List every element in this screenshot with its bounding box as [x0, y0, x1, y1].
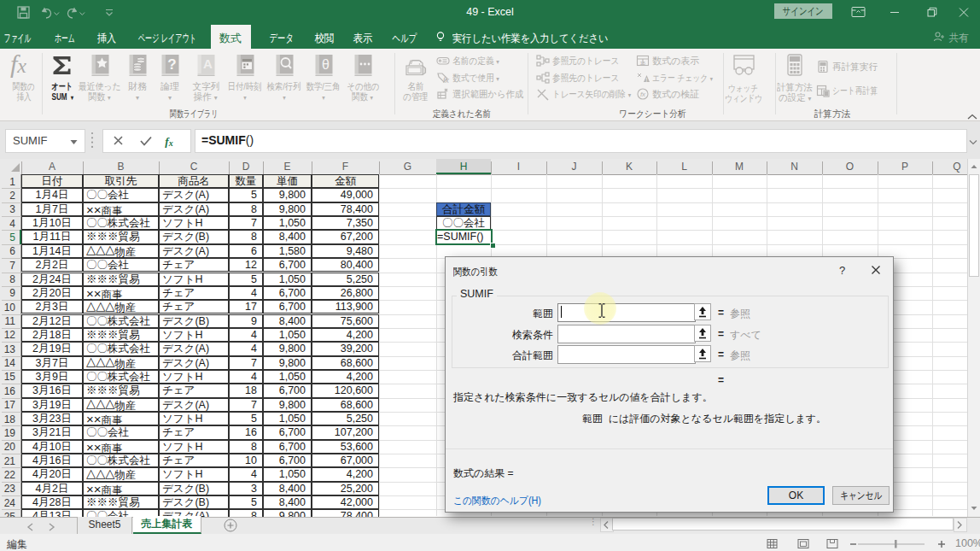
svg-text:!: ! — [646, 77, 648, 83]
svg-text:?: ? — [167, 56, 176, 73]
svg-text:15: 15 — [640, 61, 646, 66]
svg-text:θ: θ — [322, 57, 330, 72]
svg-text:fx: fx — [165, 135, 172, 148]
svg-text:fx: fx — [640, 91, 646, 98]
svg-text:A: A — [203, 56, 213, 71]
svg-text:fx: fx — [443, 76, 450, 85]
